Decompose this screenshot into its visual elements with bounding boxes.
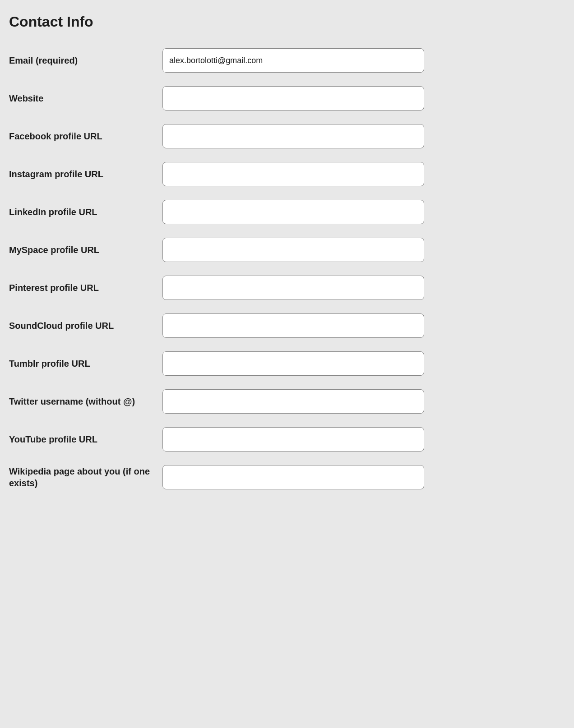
label-wikipedia: Wikipedia page about you (if one exists) <box>9 465 153 489</box>
input-myspace[interactable] <box>162 238 424 262</box>
form-row-email: Email (required) <box>9 48 424 73</box>
label-youtube: YouTube profile URL <box>9 433 153 445</box>
label-tumblr: Tumblr profile URL <box>9 358 153 369</box>
label-twitter: Twitter username (without @) <box>9 396 153 407</box>
form-row-instagram: Instagram profile URL <box>9 162 424 186</box>
label-facebook: Facebook profile URL <box>9 130 153 142</box>
label-pinterest: Pinterest profile URL <box>9 282 153 294</box>
input-pinterest[interactable] <box>162 276 424 300</box>
form-row-facebook: Facebook profile URL <box>9 124 424 148</box>
form-row-soundcloud: SoundCloud profile URL <box>9 313 424 338</box>
input-instagram[interactable] <box>162 162 424 186</box>
input-soundcloud[interactable] <box>162 313 424 338</box>
form-row-wikipedia: Wikipedia page about you (if one exists) <box>9 465 424 489</box>
input-youtube[interactable] <box>162 427 424 452</box>
input-facebook[interactable] <box>162 124 424 148</box>
form-row-youtube: YouTube profile URL <box>9 427 424 452</box>
input-linkedin[interactable] <box>162 200 424 224</box>
input-twitter[interactable] <box>162 389 424 414</box>
input-website[interactable] <box>162 86 424 111</box>
input-tumblr[interactable] <box>162 351 424 376</box>
label-myspace: MySpace profile URL <box>9 244 153 256</box>
contact-info-form: Email (required)WebsiteFacebook profile … <box>9 48 424 489</box>
page-title: Contact Info <box>9 14 565 30</box>
input-wikipedia[interactable] <box>162 465 424 489</box>
label-soundcloud: SoundCloud profile URL <box>9 320 153 332</box>
form-row-pinterest: Pinterest profile URL <box>9 276 424 300</box>
form-row-website: Website <box>9 86 424 111</box>
form-row-twitter: Twitter username (without @) <box>9 389 424 414</box>
input-email[interactable] <box>162 48 424 73</box>
label-email: Email (required) <box>9 55 153 66</box>
label-instagram: Instagram profile URL <box>9 168 153 180</box>
label-linkedin: LinkedIn profile URL <box>9 206 153 218</box>
form-row-tumblr: Tumblr profile URL <box>9 351 424 376</box>
form-row-linkedin: LinkedIn profile URL <box>9 200 424 224</box>
label-website: Website <box>9 92 153 104</box>
form-row-myspace: MySpace profile URL <box>9 238 424 262</box>
